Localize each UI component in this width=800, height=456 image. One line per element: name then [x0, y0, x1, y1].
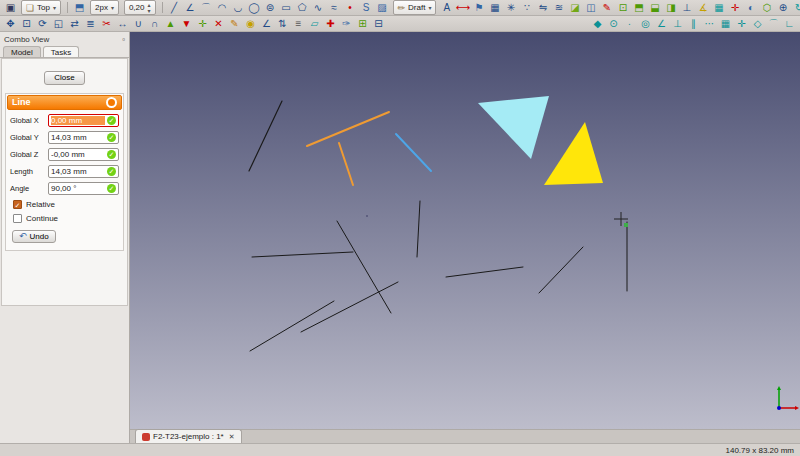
- panel-detach-icon[interactable]: ▫: [122, 35, 125, 44]
- snap-midpoint-icon[interactable]: ∙: [622, 17, 637, 31]
- global-y-input[interactable]: 14,03 mm ✓: [48, 131, 119, 144]
- layer-icon[interactable]: ≡: [291, 17, 306, 31]
- draft-menu-dropdown[interactable]: ✏ Draft ▾: [393, 0, 437, 15]
- triangle-yellow[interactable]: [544, 122, 603, 185]
- zoom-fit-icon[interactable]: ⊕: [775, 1, 790, 15]
- split-icon[interactable]: ∩: [147, 17, 162, 31]
- trimex-icon[interactable]: ✂: [99, 17, 114, 31]
- sketch-line-black-3[interactable]: [417, 201, 420, 257]
- upgrade-icon[interactable]: ▲: [163, 17, 178, 31]
- grid-toggle-icon[interactable]: ▦: [711, 1, 726, 15]
- offset-tool-icon[interactable]: ≋: [551, 1, 566, 15]
- polar-array-tool-icon[interactable]: ✳: [503, 1, 518, 15]
- scale-icon[interactable]: ◱: [51, 17, 66, 31]
- wp-front-icon[interactable]: ⬓: [647, 1, 662, 15]
- refresh-icon[interactable]: ↻: [791, 1, 800, 15]
- add-point-icon[interactable]: ✛: [195, 17, 210, 31]
- snap-intersection-icon[interactable]: ✛: [734, 17, 749, 31]
- fillet-tool-icon[interactable]: ⌒: [199, 1, 214, 15]
- ellipse-tool-icon[interactable]: ⊜: [263, 1, 278, 15]
- copy-icon[interactable]: ⊡: [19, 17, 34, 31]
- sketch-line-orange-long[interactable]: [307, 112, 389, 146]
- axes-toggle-icon[interactable]: ✛: [727, 1, 742, 15]
- sketch-line-black-6[interactable]: [250, 301, 334, 351]
- checkbox-box[interactable]: [13, 214, 22, 223]
- polyline-tool-icon[interactable]: ∠: [183, 1, 198, 15]
- highlight-icon[interactable]: ◉: [243, 17, 258, 31]
- iso-view-icon[interactable]: ⬡: [759, 1, 774, 15]
- line-width-select[interactable]: 2px ▾: [90, 0, 119, 15]
- record-macro-icon[interactable]: ▣: [3, 1, 18, 15]
- sketch-line-blue[interactable]: [396, 134, 431, 171]
- viewport-canvas[interactable]: [130, 32, 800, 429]
- snap-special-icon[interactable]: ◇: [750, 17, 765, 31]
- line-tool-icon[interactable]: ╱: [167, 1, 182, 15]
- mirror-icon[interactable]: ⇄: [67, 17, 82, 31]
- array-tool-icon[interactable]: ▦: [487, 1, 502, 15]
- polygon-tool-icon[interactable]: ⬠: [295, 1, 310, 15]
- rotate-icon[interactable]: ⟳: [35, 17, 50, 31]
- snap-near-icon[interactable]: ⌒: [766, 17, 781, 31]
- snap-center-icon[interactable]: ◎: [638, 17, 653, 31]
- snap-grid-icon[interactable]: ▦: [718, 17, 733, 31]
- snap-angle-icon[interactable]: ∠: [654, 17, 669, 31]
- wp-top-icon[interactable]: ⬒: [631, 1, 646, 15]
- shapestring-tool-icon[interactable]: S: [359, 1, 374, 15]
- arc-tool-icon[interactable]: ◠: [215, 1, 230, 15]
- wp-side-icon[interactable]: ◨: [663, 1, 678, 15]
- join-icon[interactable]: ∪: [131, 17, 146, 31]
- bspline-tool-icon[interactable]: ∿: [311, 1, 326, 15]
- rectangle-tool-icon[interactable]: ▭: [279, 1, 294, 15]
- annotation-style-icon[interactable]: ✑: [339, 17, 354, 31]
- sketch-line-black-4[interactable]: [252, 252, 353, 257]
- tab-tasks[interactable]: Tasks: [43, 46, 79, 57]
- edit-icon[interactable]: ✎: [227, 17, 242, 31]
- snap-lock-icon[interactable]: ◆: [590, 17, 605, 31]
- downgrade-icon[interactable]: ▼: [179, 17, 194, 31]
- spin-down-icon[interactable]: ▾: [148, 8, 151, 14]
- global-x-input[interactable]: 0,00 mm ✓: [48, 114, 119, 127]
- stray-point[interactable]: [366, 215, 368, 217]
- working-plane-icon[interactable]: ⬒: [72, 1, 87, 15]
- add-group-icon[interactable]: ⊞: [355, 17, 370, 31]
- draft2sketch-tool-icon[interactable]: ✎: [599, 1, 614, 15]
- text-tool-icon[interactable]: A: [439, 1, 454, 15]
- snap-extension-icon[interactable]: ⋯: [702, 17, 717, 31]
- arc-3pt-tool-icon[interactable]: ◡: [231, 1, 246, 15]
- wp-proxy-icon[interactable]: ▱: [307, 17, 322, 31]
- sketch-line-black-7[interactable]: [446, 267, 523, 277]
- undo-button[interactable]: ↶ Undo: [12, 230, 56, 243]
- sketch-line-orange-short[interactable]: [339, 143, 353, 185]
- label-tool-icon[interactable]: ⚑: [471, 1, 486, 15]
- stretch-icon[interactable]: ↔: [115, 17, 130, 31]
- 3d-viewport[interactable]: [130, 32, 800, 429]
- relative-checkbox[interactable]: ✓ Relative: [13, 200, 122, 209]
- bezier-tool-icon[interactable]: ≈: [327, 1, 342, 15]
- move-icon[interactable]: ✥: [3, 17, 18, 31]
- checkbox-box[interactable]: ✓: [13, 200, 22, 209]
- select-group-icon[interactable]: ⊟: [371, 17, 386, 31]
- mirror-tool-icon[interactable]: ⇋: [535, 1, 550, 15]
- sketch-line-black-5[interactable]: [301, 282, 398, 332]
- close-task-button[interactable]: Close: [44, 71, 84, 85]
- tab-model[interactable]: Model: [3, 46, 41, 57]
- hatch-tool-icon[interactable]: ▨: [375, 1, 390, 15]
- snap-parallel-icon[interactable]: ∥: [686, 17, 701, 31]
- point-tool-icon[interactable]: •: [343, 1, 358, 15]
- document-tab[interactable]: F2-T23-ejemplo : 1* ✕: [135, 429, 242, 443]
- view-selector-dropdown[interactable]: ❏ Top ▾: [21, 0, 61, 15]
- snap-endpoint-icon[interactable]: ⊙: [606, 17, 621, 31]
- del-point-icon[interactable]: ✕: [211, 17, 226, 31]
- sketch-line-black-1[interactable]: [249, 101, 282, 171]
- snap-ortho-icon[interactable]: ∟: [782, 17, 797, 31]
- snap-perpendicular-icon[interactable]: ⊥: [670, 17, 685, 31]
- shape2dview-tool-icon[interactable]: ◫: [583, 1, 598, 15]
- angle-input[interactable]: 90,00 ° ✓: [48, 182, 119, 195]
- global-z-input[interactable]: -0,00 mm ✓: [48, 148, 119, 161]
- tab-close-icon[interactable]: ✕: [229, 433, 235, 441]
- path-array-tool-icon[interactable]: ∵: [519, 1, 534, 15]
- scale-spinbox[interactable]: 0,20 ▴ ▾: [124, 0, 156, 15]
- slope-icon[interactable]: ∠: [259, 17, 274, 31]
- dimension-tool-icon[interactable]: ⟷: [455, 1, 470, 15]
- triangle-cyan[interactable]: [478, 96, 549, 159]
